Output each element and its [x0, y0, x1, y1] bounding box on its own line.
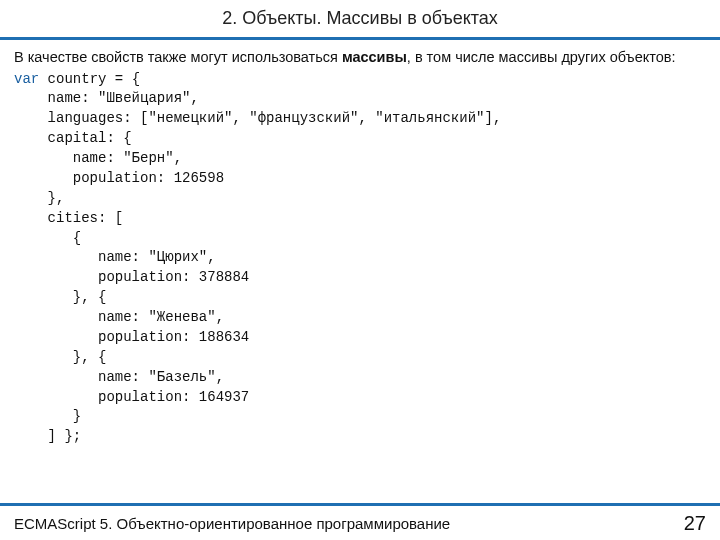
slide-content: В качестве свойств также могут использов… [0, 40, 720, 447]
code-line-17: population: 164937 [14, 389, 249, 405]
code-line-15: }, { [14, 349, 106, 365]
intro-paragraph: В качестве свойств также могут использов… [14, 48, 706, 68]
code-line-18: } [14, 408, 81, 424]
code-block: var country = { name: "Швейцария", langu… [14, 70, 706, 448]
code-line-19: ] }; [14, 428, 81, 444]
intro-text-bold: массивы [342, 49, 407, 65]
intro-text-before: В качестве свойств также могут использов… [14, 49, 342, 65]
code-line-12: }, { [14, 289, 106, 305]
slide-title: 2. Объекты. Массивы в объектах [0, 8, 720, 29]
code-line-05: name: "Берн", [14, 150, 182, 166]
code-line-10: name: "Цюрих", [14, 249, 216, 265]
footer-title: ECMAScript 5. Объектно-ориентированное п… [14, 515, 450, 532]
page-number: 27 [684, 512, 706, 535]
code-line-02: name: "Швейцария", [14, 90, 199, 106]
code-line-13: name: "Женева", [14, 309, 224, 325]
code-line-06: population: 126598 [14, 170, 224, 186]
code-line-11: population: 378884 [14, 269, 249, 285]
code-line-09: { [14, 230, 81, 246]
code-line-14: population: 188634 [14, 329, 249, 345]
code-line-01: country = { [39, 71, 140, 87]
intro-text-after: , в том числе массивы других объектов: [407, 49, 676, 65]
code-keyword-var: var [14, 71, 39, 87]
slide-header: 2. Объекты. Массивы в объектах [0, 0, 720, 35]
code-line-03: languages: ["немецкий", "французский", "… [14, 110, 501, 126]
code-line-08: cities: [ [14, 210, 123, 226]
code-line-04: capital: { [14, 130, 132, 146]
slide-footer: ECMAScript 5. Объектно-ориентированное п… [0, 506, 720, 540]
code-line-16: name: "Базель", [14, 369, 224, 385]
code-line-07: }, [14, 190, 64, 206]
